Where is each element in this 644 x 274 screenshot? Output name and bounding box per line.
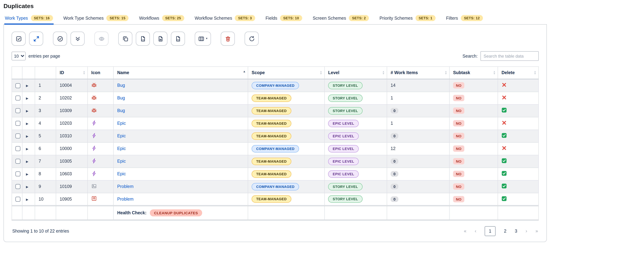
expand-row-icon[interactable]: ▶ [26,122,28,125]
row-checkbox[interactable] [16,172,20,176]
expand-row-icon[interactable]: ▶ [26,97,28,100]
double-chevron-down-button[interactable] [70,32,84,46]
row-checkbox[interactable] [16,134,20,139]
sets-count-badge: SETS: 10 [280,15,302,21]
file-csv-button[interactable]: CSV [136,32,150,46]
page-1-button[interactable]: 1 [485,226,496,236]
expand-row-icon[interactable]: ▶ [26,160,28,163]
row-checkbox[interactable] [16,121,20,126]
expand-cell: ▶ [22,79,35,92]
tab-priority-schemes[interactable]: Priority SchemesSETS: 1 [379,13,436,24]
header-work-items[interactable]: # Work Items ▲▼ [387,67,450,79]
work-type-link[interactable]: Epic [117,159,126,164]
search-input[interactable] [480,51,539,61]
red-x-icon[interactable] [502,145,507,151]
work-type-link[interactable]: Bug [117,108,125,113]
expand-row-icon[interactable]: ▶ [26,198,28,201]
page-3-button[interactable]: 3 [515,228,517,233]
row-checkbox[interactable] [16,159,20,164]
entries-per-page-label: entries per page [28,54,60,59]
header-delete[interactable]: Delete ▲▼ [498,67,538,79]
work-type-link[interactable]: Epic [117,133,126,138]
first-page-button[interactable]: « [464,228,466,233]
next-page-button[interactable]: › [526,228,527,233]
green-check-icon[interactable] [502,183,507,189]
expand-arrows-button[interactable] [29,32,43,46]
cleanup-duplicates-button[interactable]: CLEANUP DUPLICATES [150,209,202,216]
row-checkbox[interactable] [16,184,20,189]
header-id[interactable]: ID ▲▼ [56,67,88,79]
page-length-select[interactable]: 10 [12,52,26,60]
red-x-icon[interactable] [502,120,507,125]
expand-row-icon[interactable]: ▶ [26,109,28,113]
tab-fields[interactable]: FieldsSETS: 10 [265,13,303,24]
check-circle-button[interactable] [53,32,67,46]
icon-cell [88,130,114,142]
tab-label: Work Type Schemes [63,16,104,21]
tab-workflows[interactable]: WorkflowsSETS: 25 [138,13,185,24]
header-name[interactable]: Name ▲▼ [114,67,248,79]
row-checkbox[interactable] [16,96,20,101]
row-checkbox[interactable] [16,83,20,88]
trash-button[interactable] [221,32,235,46]
tab-filters[interactable]: FiltersSETS: 12 [445,13,484,24]
work-type-link[interactable]: Problem [117,196,134,201]
bug-icon [91,82,97,88]
id-cell: 10310 [56,130,88,142]
work-type-link[interactable]: Epic [117,146,126,151]
subtask-pill: NO [453,82,464,89]
expand-row-icon[interactable]: ▶ [26,185,28,189]
subtask-pill: NO [453,145,464,152]
red-x-icon[interactable] [502,95,507,100]
icon-cell [88,142,114,155]
level-cell: STORY LEVEL [324,180,387,193]
green-check-icon[interactable] [502,133,507,138]
expand-cell: ▶ [22,130,35,142]
refresh-button[interactable] [244,32,259,46]
expand-row-icon[interactable]: ▶ [26,135,28,138]
expand-row-icon[interactable]: ▶ [26,147,28,151]
name-cell: Bug [114,79,248,92]
scope-cell: TEAM-MANAGED [248,104,324,117]
tab-workflow-schemes[interactable]: Workflow SchemesSETS: 3 [194,13,256,24]
file-pdf-button[interactable]: PDF [171,32,185,46]
header-level[interactable]: Level ▲▼ [324,67,387,79]
expand-row-icon[interactable]: ▶ [26,84,28,88]
tab-work-type-schemes[interactable]: Work Type SchemesSETS: 15 [63,13,129,24]
columns-dropdown-button[interactable]: ▾ [195,32,211,46]
level-pill: STORY LEVEL [328,107,362,114]
copy-button[interactable] [118,32,132,46]
green-check-icon[interactable] [502,108,507,113]
row-checkbox[interactable] [16,146,20,151]
row-checkbox[interactable] [16,108,20,113]
work-type-link[interactable]: Epic [117,121,126,126]
work-type-link[interactable]: Bug [117,96,125,100]
subtask-pill: NO [453,158,464,164]
red-x-icon[interactable] [502,82,507,88]
row-checkbox[interactable] [16,197,20,202]
last-page-button[interactable]: » [536,228,538,233]
work-type-link[interactable]: Problem [117,184,134,189]
subtask-pill: NO [453,183,464,190]
id-cell: 10905 [56,193,88,205]
green-check-icon[interactable] [502,158,507,163]
header-subtask[interactable]: Subtask ▲▼ [450,67,498,79]
page-2-button[interactable]: 2 [504,228,506,233]
file-button[interactable] [153,32,168,46]
header-scope[interactable]: Scope ▲▼ [248,67,324,79]
prev-page-button[interactable]: ‹ [475,228,476,233]
green-check-icon[interactable] [502,196,507,201]
green-check-icon[interactable] [502,171,507,176]
tab-label: Filters [446,16,458,21]
header-expand [22,67,35,79]
subtask-pill: NO [453,196,464,202]
check-square-button[interactable] [12,32,26,46]
tab-work-types[interactable]: Work TypesSETS: 16 [4,13,54,24]
health-check-row: Health Check: CLEANUP DUPLICATES [12,205,538,220]
expand-row-icon[interactable]: ▶ [26,172,28,176]
work-type-link[interactable]: Epic [117,171,126,176]
select-cell [12,104,22,117]
tab-screen-schemes[interactable]: Screen SchemesSETS: 2 [312,13,370,24]
work-type-link[interactable]: Bug [117,83,125,88]
scope-pill: TEAM-MANAGED [252,195,291,203]
